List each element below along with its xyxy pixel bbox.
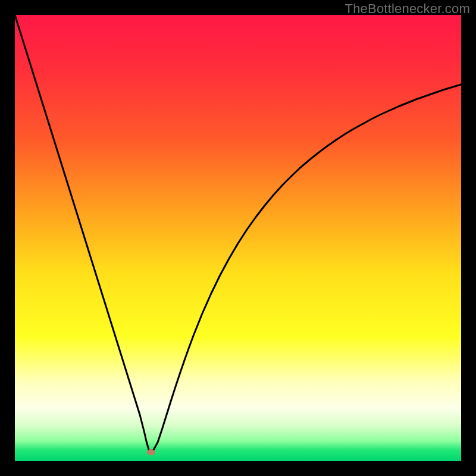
watermark-label: TheBottlenecker.com — [345, 1, 470, 17]
gradient-background — [15, 15, 461, 461]
chart-frame: TheBottlenecker.com — [0, 0, 476, 476]
bottleneck-chart — [15, 15, 461, 461]
minimum-marker — [147, 449, 155, 455]
plot-area — [15, 15, 461, 461]
